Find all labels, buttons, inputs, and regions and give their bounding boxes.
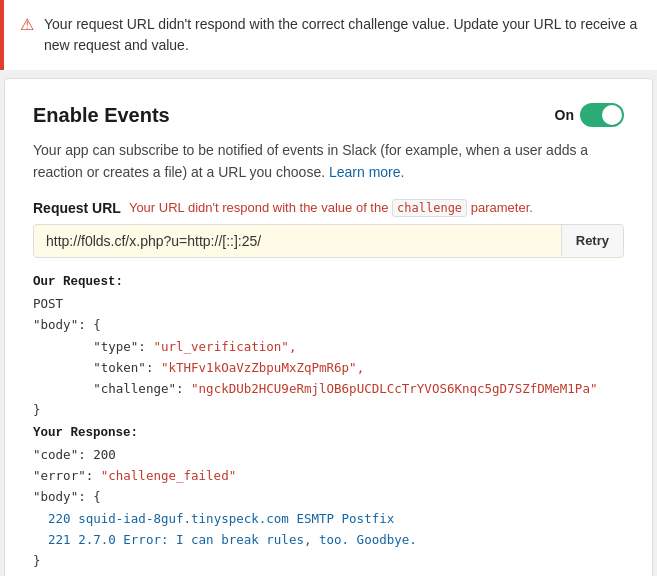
toggle-wrapper[interactable]: On [555,103,624,127]
request-url-label-row: Request URL Your URL didn't respond with… [33,200,624,216]
response-line2: 221 2.7.0 Error: I can break rules, too.… [33,532,417,547]
your-response-label: Your Response: [33,426,138,440]
challenge-value: "ngckDUb2HCU9eRmjlOB6pUCDLCcTrYVOS6Knqc5… [191,381,597,396]
url-input-row: Retry [33,224,624,258]
body2-open-line: "body": { [33,489,101,504]
body-close-line: } [33,402,41,417]
response-line1: 220 squid-iad-8guf.tinyspeck.com ESMTP P… [33,511,394,526]
warning-icon: ⚠ [20,15,34,34]
page-title: Enable Events [33,104,170,127]
method-line: POST [33,296,63,311]
main-card: Enable Events On Your app can subscribe … [4,78,653,576]
request-url-label: Request URL [33,200,121,216]
type-value: "url_verification", [153,339,296,354]
toggle-thumb [602,105,622,125]
toggle-label: On [555,107,574,123]
description-text: Your app can subscribe to be notified of… [33,139,624,184]
learn-more-link[interactable]: Learn more. [329,164,404,180]
type-key: "type": [93,339,146,354]
retry-button[interactable]: Retry [561,225,623,256]
error-line: "error": "challenge_failed" [33,468,236,483]
error-banner: ⚠ Your request URL didn't respond with t… [0,0,657,70]
enable-events-toggle[interactable] [580,103,624,127]
our-request-label: Our Request: [33,275,123,289]
error-banner-text: Your request URL didn't respond with the… [44,14,641,56]
token-key: "token": [93,360,153,375]
challenge-key: "challenge": [93,381,183,396]
url-error-text: Your URL didn't respond with the value o… [129,200,533,215]
request-url-input[interactable] [34,225,561,257]
token-value: "kTHFv1kOaVzZbpuMxZqPmR6p", [161,360,364,375]
code-block: Our Request: POST "body": { "type": "url… [33,270,624,576]
header-row: Enable Events On [33,103,624,127]
body2-close-line: } [33,553,41,568]
code-line: "code": 200 [33,447,116,462]
challenge-code: challenge [392,199,467,217]
body-open-line: "body": { [33,317,101,332]
